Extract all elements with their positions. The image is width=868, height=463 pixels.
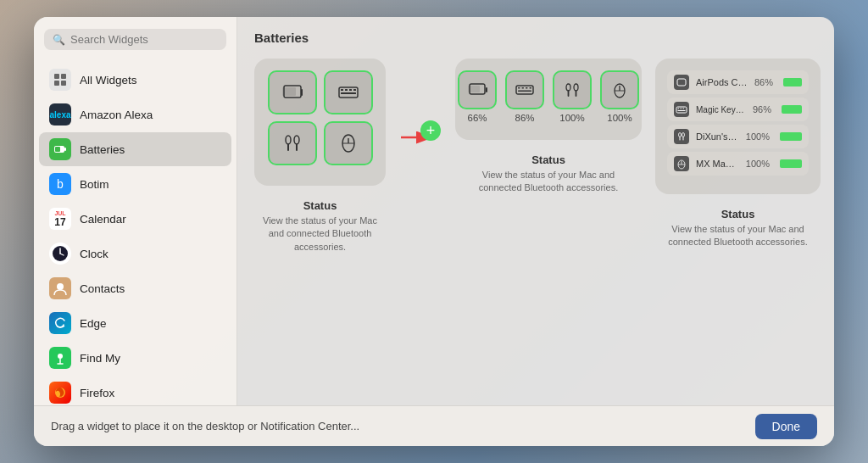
search-bar: 🔍	[34, 17, 236, 59]
large-widget-desc: View the status of your Mac and connecte…	[658, 223, 819, 249]
small-icon-mac	[268, 70, 317, 114]
svg-rect-52	[678, 110, 686, 111]
svg-point-23	[286, 136, 291, 144]
sidebar-label-calendar: Calendar	[80, 213, 126, 226]
medium-widget-desc: View the status of your Mac and connecte…	[464, 169, 633, 195]
sidebar-item-contacts[interactable]: Contacts	[39, 271, 231, 305]
sidebar-label-batteries: Batteries	[80, 143, 125, 156]
medium-widget-card[interactable]: 66% 86%	[455, 59, 642, 140]
pct-mouse: 100%	[607, 113, 632, 123]
list-name-airpods-case: AirPods Case	[696, 77, 748, 87]
svg-rect-16	[282, 87, 296, 96]
list-bar-airpods-pro	[780, 132, 802, 141]
svg-rect-32	[486, 87, 487, 92]
svg-rect-21	[353, 89, 356, 91]
add-widget-arrow: +	[399, 129, 442, 141]
large-widget-title: Status	[658, 208, 819, 220]
sidebar-item-batteries[interactable]: Batteries	[39, 132, 231, 166]
pct-mac: 66%	[467, 113, 487, 123]
svg-rect-33	[468, 86, 480, 92]
bottom-hint: Drag a widget to place it on the desktop…	[51, 420, 359, 432]
small-widget-icons	[268, 70, 373, 165]
sidebar-item-calendar[interactable]: JUL 17 Calendar	[39, 202, 231, 236]
sidebar-item-amazon-alexa[interactable]: alexa Amazon Alexa	[39, 98, 231, 131]
pct-keyboard: 86%	[515, 113, 534, 123]
sidebar-label-botim: Botim	[80, 178, 109, 191]
svg-point-55	[682, 133, 685, 137]
sidebar-item-all-widgets[interactable]: All Widgets	[39, 63, 231, 97]
sidebar-item-clock[interactable]: Clock	[39, 237, 231, 271]
done-button[interactable]: Done	[755, 414, 817, 439]
list-icon-airpods-pro	[674, 129, 689, 144]
sidebar-label-all-widgets: All Widgets	[80, 74, 137, 86]
svg-point-25	[294, 136, 299, 144]
svg-rect-36	[522, 87, 525, 89]
svg-rect-5	[64, 148, 66, 151]
svg-rect-18	[341, 89, 343, 91]
sidebar-label-contacts: Contacts	[80, 282, 125, 295]
sidebar-label-clock: Clock	[80, 248, 108, 260]
svg-point-42	[574, 84, 578, 91]
list-item-mx-master: MX Master 3 Mac 100%	[667, 152, 809, 176]
medium-icon-mac: 66%	[458, 70, 497, 123]
list-icon-mx-master	[674, 156, 689, 171]
search-input-wrapper[interactable]: 🔍	[44, 29, 226, 50]
content-area: 🔍 All Widgets alexa Amazon Alexa	[34, 17, 834, 405]
list-pct-airpods-pro: 100%	[746, 131, 770, 142]
list-bar-keyboard	[782, 105, 802, 114]
contacts-icon	[49, 277, 71, 299]
svg-rect-49	[678, 109, 680, 109]
bottom-bar: Drag a widget to place it on the desktop…	[34, 405, 834, 446]
svg-rect-19	[345, 89, 348, 91]
all-widgets-icon	[49, 69, 71, 91]
small-icon-mouse	[324, 121, 373, 165]
widgets-row: Status View the status of your Mac and c…	[254, 59, 817, 254]
list-pct-mx-master: 100%	[746, 159, 770, 169]
clock-icon	[49, 243, 71, 265]
list-item-keyboard: Magic Keyboard with Touch ID and Nu... 9…	[667, 98, 809, 121]
svg-rect-0	[54, 74, 59, 79]
svg-point-11	[57, 283, 64, 290]
list-item-airpods-case: AirPods Case 86%	[667, 70, 809, 94]
svg-rect-50	[681, 109, 682, 109]
list-name-airpods-pro: DiXun's AirPods Pro	[696, 131, 739, 142]
pct-airpods: 100%	[559, 113, 584, 123]
sidebar-item-botim[interactable]: b Botim	[39, 167, 231, 201]
sidebar-list: All Widgets alexa Amazon Alexa Batteries	[34, 59, 236, 405]
list-item-airpods-pro: DiXun's AirPods Pro 100%	[667, 125, 809, 148]
svg-rect-15	[301, 89, 303, 96]
search-icon: 🔍	[53, 34, 65, 46]
svg-rect-47	[677, 79, 686, 86]
list-icon-airpods-case	[674, 75, 689, 90]
firefox-icon	[49, 382, 71, 404]
svg-rect-1	[61, 74, 66, 79]
sidebar-item-edge[interactable]: Edge	[39, 306, 231, 340]
sidebar-item-find-my[interactable]: Find My	[39, 341, 231, 375]
svg-rect-6	[55, 147, 60, 152]
svg-rect-51	[683, 109, 685, 109]
svg-rect-39	[518, 91, 531, 92]
medium-widget-title: Status	[464, 153, 633, 166]
small-icon-airpods	[268, 121, 317, 165]
search-input[interactable]	[70, 33, 218, 46]
svg-point-12	[58, 354, 63, 359]
plus-circle[interactable]: +	[420, 120, 441, 141]
sidebar: 🔍 All Widgets alexa Amazon Alexa	[34, 17, 237, 405]
medium-icon-airpods: 100%	[553, 70, 592, 123]
svg-rect-2	[54, 81, 59, 86]
sidebar-item-firefox[interactable]: Firefox	[39, 376, 231, 405]
edge-icon	[49, 312, 71, 334]
large-widget-card[interactable]: AirPods Case 86% Magic Keyboard with Tou…	[655, 59, 821, 194]
alexa-icon: alexa	[49, 103, 71, 126]
svg-rect-34	[516, 86, 533, 94]
list-pct-airpods-case: 86%	[754, 77, 773, 87]
calendar-icon: JUL 17	[49, 208, 71, 230]
medium-icon-keyboard: 86%	[505, 70, 544, 123]
small-widget-card[interactable]	[254, 59, 386, 186]
list-name-keyboard: Magic Keyboard with Touch ID and Nu...	[696, 105, 746, 114]
list-icon-keyboard	[674, 102, 689, 117]
medium-icon-mouse: 100%	[600, 70, 639, 123]
svg-rect-3	[61, 81, 66, 86]
sidebar-label-find-my: Find My	[80, 352, 120, 365]
list-bar-mx-master	[780, 159, 802, 168]
